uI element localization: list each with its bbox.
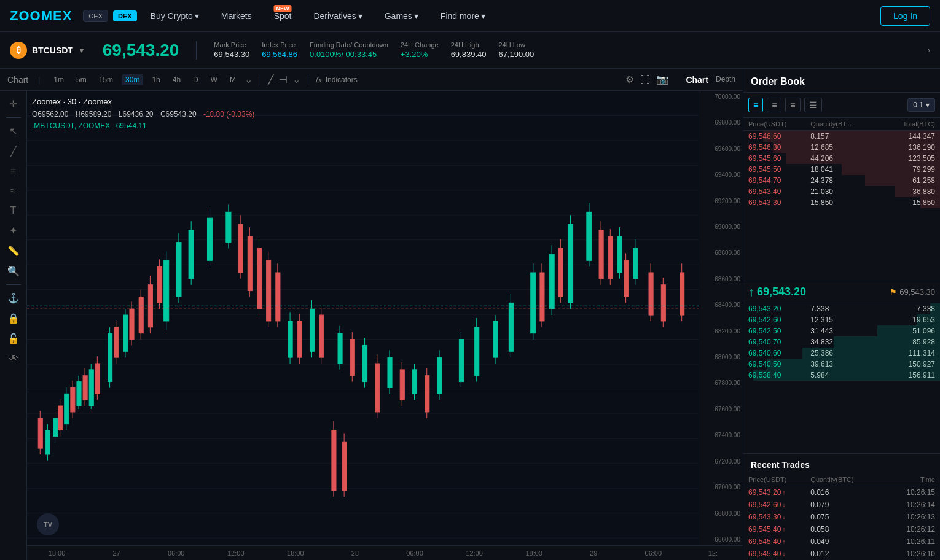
timeframe-1m[interactable]: 1m: [50, 74, 68, 85]
ob-col-price: Price(USDT): [748, 120, 810, 128]
trade-arrow-1: ↑: [782, 489, 785, 496]
funding-rate-item: Funding Rate/ Countdown 0.0100%/ 00:33:4…: [310, 41, 388, 59]
login-button[interactable]: Log In: [880, 6, 930, 26]
xaxis-27: 27: [87, 550, 146, 557]
xaxis-12c: 12:: [683, 550, 743, 557]
ticker-scroll-right[interactable]: ›: [928, 46, 930, 55]
nav-spot[interactable]: NEW Spot: [265, 11, 300, 21]
nav-buy-crypto[interactable]: Buy Crypto ▾: [142, 11, 208, 21]
nav-derivatives[interactable]: Derivatives ▾: [305, 11, 370, 21]
eye-tool[interactable]: 👁: [6, 351, 21, 367]
trade-row-1: 69,543.20 ↑ 0.016 10:26:15: [743, 486, 940, 499]
mark-price-label: Mark Price: [214, 41, 249, 49]
timeframe-W[interactable]: W: [207, 74, 221, 85]
indicators-button[interactable]: 𝑓𝑥 Indicators: [316, 75, 358, 85]
timeframe-more-icon[interactable]: ⌄: [245, 74, 253, 85]
orderbook-panel: Order Book ≡ ≡ ≡ ☰ 0.1 ▾ Price(USDT) Qua…: [743, 69, 940, 560]
ob-view-alt[interactable]: ☰: [804, 98, 822, 112]
bid-total-1: 7.338: [873, 305, 935, 313]
line-tool[interactable]: ╱: [8, 143, 19, 160]
tab-chart[interactable]: Chart: [686, 75, 708, 85]
ob-precision-selector[interactable]: 0.1 ▾: [907, 98, 935, 112]
svg-rect-18: [45, 430, 50, 454]
yaxis-68800: 68800.00: [702, 249, 740, 256]
yaxis-69200: 69200.00: [702, 198, 740, 204]
crosshair-tool[interactable]: ✛: [7, 96, 20, 112]
bid-row-7[interactable]: 69,538.40 5.984 156.911: [743, 370, 940, 381]
dex-toggle[interactable]: DEX: [113, 10, 137, 21]
ask-row-3[interactable]: 69,545.60 44.206 123.505: [743, 153, 940, 164]
tab-depth[interactable]: Depth: [716, 75, 735, 85]
index-price-item: Index Price 69,564.86: [262, 41, 297, 59]
ask-row-1[interactable]: 69,546.60 8.157 144.347: [743, 131, 940, 142]
chart-body: ✛ ↖ ╱ ≡ ≈ T ✦ 📏 🔍 ⚓ 🔒 🔓 👁 Zoomex · 30 · …: [0, 91, 743, 560]
tradingview-watermark: TV: [37, 513, 59, 535]
zoom-tool[interactable]: 🔍: [5, 263, 22, 279]
ob-view-both[interactable]: ≡: [748, 98, 763, 112]
nav-find-more[interactable]: Find more ▾: [432, 11, 494, 21]
nav-games[interactable]: Games ▾: [376, 11, 427, 21]
ask-row-4[interactable]: 69,545.50 18.041 79.299: [743, 164, 940, 175]
ob-view-asks[interactable]: ≡: [767, 98, 781, 112]
left-toolbar: ✛ ↖ ╱ ≡ ≈ T ✦ 📏 🔍 ⚓ 🔒 🔓 👁: [0, 91, 27, 560]
line-chart-icon[interactable]: ╱: [268, 74, 274, 85]
chart-type-arrow[interactable]: ⌄: [292, 74, 300, 85]
chart-fullscreen-icon[interactable]: ⛶: [640, 74, 650, 85]
bid-row-2[interactable]: 69,542.60 12.315 19.653: [743, 314, 940, 325]
xaxis-0600c: 06:00: [624, 550, 683, 557]
candle-chart-icon[interactable]: ⊣: [279, 74, 288, 85]
xaxis-1800b: 18:00: [265, 550, 325, 557]
ask-row-7[interactable]: 69,543.30 15.850 15.850: [743, 197, 940, 208]
cursor-tool[interactable]: ↖: [7, 123, 20, 139]
channel-tool[interactable]: ≈: [8, 183, 18, 199]
timeframe-30m[interactable]: 30m: [122, 74, 143, 85]
orderbook-bids: 69,543.20 7.338 7.338 69,542.60 12.315 1…: [743, 303, 940, 453]
rt-col-qty: Quantity(BTC): [810, 476, 872, 483]
shape-tool[interactable]: ✦: [7, 222, 20, 239]
timeframe-M[interactable]: M: [226, 74, 240, 85]
nav-markets[interactable]: Markets: [213, 11, 260, 21]
text-tool[interactable]: T: [8, 203, 19, 219]
chart-snapshot-icon[interactable]: 📷: [656, 74, 668, 85]
lock-tool[interactable]: 🔒: [5, 310, 22, 327]
y-axis: 70000.00 69800.00 69600.00 69400.00 6920…: [699, 91, 743, 545]
ask-row-5[interactable]: 69,544.70 24.378 61.258: [743, 175, 940, 186]
toolbar-divider-1: [260, 74, 260, 85]
trade-row-4: 69,545.40 ↑ 0.058 10:26:12: [743, 523, 940, 535]
trade-row-5: 69,545.40 ↑ 0.049 10:26:11: [743, 535, 940, 548]
timeframe-D[interactable]: D: [189, 74, 202, 85]
chart-settings-icon[interactable]: ⚙: [625, 74, 634, 85]
timeframe-15m[interactable]: 15m: [95, 74, 117, 85]
svg-rect-134: [661, 285, 665, 321]
pair-selector[interactable]: ₿ BTCUSDT ▼: [10, 42, 85, 59]
bid-row-3[interactable]: 69,542.50 31.443 51.096: [743, 325, 940, 336]
timeframe-4h[interactable]: 4h: [169, 74, 184, 85]
ask-row-2[interactable]: 69,546.30 12.685 136.190: [743, 142, 940, 153]
lock2-tool[interactable]: 🔓: [5, 330, 22, 347]
trade-price-3: 69,543.30 ↓: [748, 513, 810, 521]
magnet-tool[interactable]: ⚓: [5, 290, 22, 306]
24h-change-value: +3.20%: [401, 50, 439, 59]
ob-view-bids[interactable]: ≡: [785, 98, 800, 112]
chart-header: Chart | 1m 5m 15m 30m 1h 4h D W M ⌄ ╱ ⊣ …: [0, 69, 743, 91]
ask-row-6[interactable]: 69,543.40 21.030 36.880: [743, 186, 940, 197]
timeframe-1h[interactable]: 1h: [148, 74, 163, 85]
trade-arrow-5: ↑: [782, 539, 785, 545]
timeframe-5m[interactable]: 5m: [72, 74, 90, 85]
trade-qty-5: 0.049: [810, 537, 872, 546]
recent-trades-columns: Price(USDT) Quantity(BTC) Time: [743, 473, 940, 486]
yaxis-69600: 69600.00: [702, 146, 740, 152]
bid-row-5[interactable]: 69,540.60 25.386 111.314: [743, 348, 940, 359]
orderbook-title: Order Book: [743, 69, 940, 93]
trade-time-3: 10:26:13: [873, 513, 935, 521]
multi-line-tool[interactable]: ≡: [8, 163, 18, 179]
bid-row-4[interactable]: 69,540.70 34.832 85.928: [743, 336, 940, 348]
bid-row-6[interactable]: 69,540.50 39.613 150.927: [743, 359, 940, 370]
top-navigation: ZOOMEX CEX DEX Buy Crypto ▾ Markets NEW …: [0, 0, 940, 32]
index-price-label[interactable]: Index Price: [262, 41, 297, 49]
measure-tool[interactable]: 📏: [5, 243, 22, 259]
cex-toggle[interactable]: CEX: [83, 10, 108, 22]
yaxis-67800: 67800.00: [702, 379, 740, 386]
bid-row-1[interactable]: 69,543.20 7.338 7.338: [743, 303, 940, 314]
logo[interactable]: ZOOMEX: [10, 8, 72, 24]
